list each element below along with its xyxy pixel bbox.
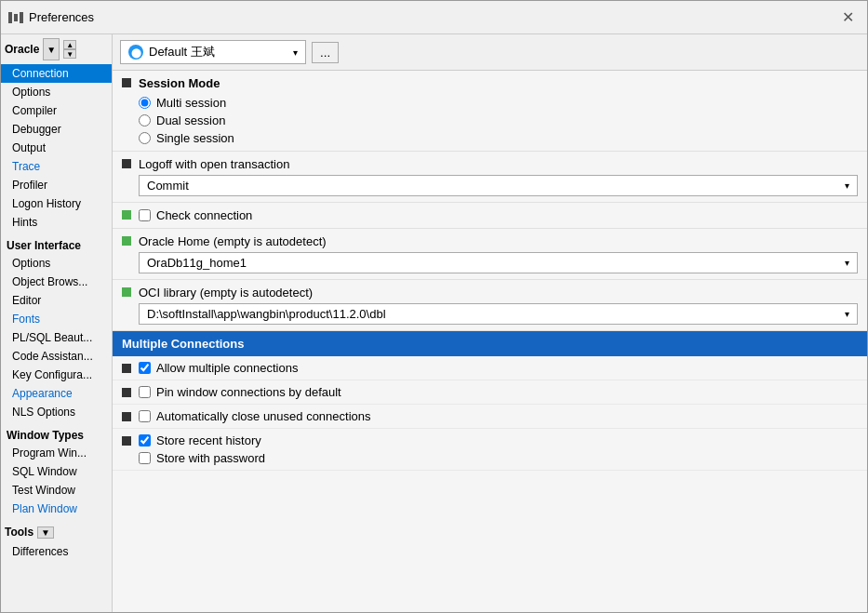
allow-multiple-content: Allow multiple connections [139,361,858,375]
logoff-dropdown[interactable]: Commit ▾ [139,175,858,196]
sidebar-item-code-assistant[interactable]: Code Assistan... [1,347,112,366]
store-recent-label: Store recent history [156,433,261,447]
ellipsis-button[interactable]: ... [312,42,339,63]
close-button[interactable]: ✕ [836,7,860,28]
sidebar-item-logon-history[interactable]: Logon History [1,194,112,213]
oracle-home-indicator [122,236,131,246]
oracle-home-content: Oracle Home (empty is autodetect) OraDb1… [139,234,858,273]
pin-window-content: Pin window connections by default [139,385,858,399]
store-history-indicator [122,436,131,446]
oracle-dropdown-btn[interactable]: ▼ [43,38,60,60]
dual-session-radio[interactable] [139,114,151,127]
dual-session-option[interactable]: Dual session [139,113,858,127]
auto-close-content: Automatically close unused connections [139,409,858,423]
sidebar-item-test-window[interactable]: Test Window [1,481,112,500]
sidebar-item-connection[interactable]: Connection [1,64,112,83]
oracle-scroll-up[interactable]: ▲ [63,40,76,49]
oracle-home-title: Oracle Home (empty is autodetect) [139,234,858,248]
store-history-content: Store recent history Store with password [139,433,858,465]
profile-dropdown-arrow: ▾ [293,47,298,58]
sidebar-item-hints[interactable]: Hints [1,213,112,232]
pin-window-item[interactable]: Pin window connections by default [139,385,858,399]
titlebar-left: Preferences [8,10,94,24]
single-session-radio[interactable] [139,132,151,144]
allow-multiple-checkbox[interactable] [139,362,151,374]
sidebar-item-object-browser[interactable]: Object Brows... [1,273,112,291]
logoff-content: Logoff with open transaction Commit ▾ [139,157,858,196]
logoff-dropdown-arrow: ▾ [845,180,849,191]
oracle-section-header[interactable]: Oracle ▼ ▲ ▼ [1,34,112,64]
tools-label: Tools [5,526,33,539]
profile-name: Default 王斌 [149,44,215,60]
sidebar-item-fonts[interactable]: Fonts [1,310,112,328]
session-mode-row: Session Mode Multi session Dual session [113,71,867,152]
auto-close-checkbox[interactable] [139,410,151,422]
check-connection-checkbox[interactable] [139,209,151,221]
allow-multiple-item[interactable]: Allow multiple connections [139,361,858,375]
multi-session-radio[interactable] [139,97,151,109]
sidebar-item-appearance[interactable]: Appearance [1,384,112,403]
multiple-connections-header: Multiple Connections [113,331,867,356]
oci-library-indicator [122,287,131,297]
oracle-home-dropdown[interactable]: OraDb11g_home1 ▾ [139,252,858,273]
sidebar: Oracle ▼ ▲ ▼ Connection Options Compiler [1,34,113,612]
sidebar-item-nls-options[interactable]: NLS Options [1,403,112,421]
sidebar-item-options[interactable]: Options [1,83,112,101]
oracle-home-value: OraDb11g_home1 [147,256,247,270]
store-recent-item[interactable]: Store recent history [139,433,858,447]
store-password-checkbox[interactable] [139,452,151,464]
profile-icon: ⬤ [128,45,143,60]
auto-close-row: Automatically close unused connections [113,405,867,429]
oracle-scroll-down[interactable]: ▼ [63,49,76,59]
content-area: Oracle ▼ ▲ ▼ Connection Options Compiler [1,34,867,612]
user-interface-section-header: User Interface [1,235,112,254]
oracle-home-row: Oracle Home (empty is autodetect) OraDb1… [113,229,867,280]
settings-content: Session Mode Multi session Dual session [113,71,867,612]
toolbar: ⬤ Default 王斌 ▾ ... [113,34,867,71]
sidebar-item-debugger[interactable]: Debugger [1,120,112,139]
allow-multiple-label: Allow multiple connections [156,361,298,375]
sidebar-item-program-window[interactable]: Program Win... [1,444,112,462]
allow-multiple-indicator [122,364,131,373]
tools-section-header[interactable]: Tools ▼ [1,522,112,542]
sidebar-item-key-configuration[interactable]: Key Configura... [1,366,112,384]
check-connection-row: Check connection [113,203,867,229]
store-password-item[interactable]: Store with password [139,451,858,465]
profile-dropdown[interactable]: ⬤ Default 王斌 ▾ [120,40,306,64]
oci-library-title: OCI library (empty is autodetect) [139,286,858,300]
oci-library-dropdown[interactable]: D:\softInstall\app\wangbin\product\11.2.… [139,303,858,325]
check-connection-item[interactable]: Check connection [139,208,858,222]
window-types-section-header: Window Types [1,425,112,444]
dual-session-label: Dual session [156,113,225,127]
multi-session-label: Multi session [156,96,226,110]
sidebar-item-plan-window[interactable]: Plan Window [1,500,112,518]
sidebar-item-ui-options[interactable]: Options [1,254,112,273]
oci-library-row: OCI library (empty is autodetect) D:\sof… [113,280,867,331]
sidebar-item-sql-window[interactable]: SQL Window [1,462,112,481]
oracle-scroll-arrows: ▲ ▼ [61,38,78,60]
store-recent-checkbox[interactable] [139,434,151,446]
sidebar-item-plsql-beautifier[interactable]: PL/SQL Beaut... [1,328,112,347]
sidebar-item-differences[interactable]: Differences [1,542,112,561]
oci-library-arrow: ▾ [845,309,849,319]
session-mode-indicator [122,78,131,87]
main-content: ⬤ Default 王斌 ▾ ... Session Mode [113,34,867,612]
auto-close-item[interactable]: Automatically close unused connections [139,409,858,423]
preferences-window: Preferences ✕ Oracle ▼ ▲ ▼ Connection [0,0,868,613]
logoff-row: Logoff with open transaction Commit ▾ [113,152,867,203]
sidebar-item-profiler[interactable]: Profiler [1,176,112,194]
tools-dropdown-btn[interactable]: ▼ [37,526,54,539]
sidebar-item-compiler[interactable]: Compiler [1,101,112,120]
single-session-option[interactable]: Single session [139,131,858,145]
check-connection-label: Check connection [156,208,252,222]
sidebar-item-trace[interactable]: Trace [1,157,112,176]
pin-window-checkbox[interactable] [139,386,151,398]
sidebar-item-editor[interactable]: Editor [1,291,112,310]
auto-close-indicator [122,412,131,421]
pin-window-row: Pin window connections by default [113,380,867,405]
app-icon [8,12,23,23]
sidebar-item-output[interactable]: Output [1,139,112,157]
oci-library-content: OCI library (empty is autodetect) D:\sof… [139,286,858,325]
oracle-controls: ▼ ▲ ▼ [43,38,78,60]
multi-session-option[interactable]: Multi session [139,96,858,110]
